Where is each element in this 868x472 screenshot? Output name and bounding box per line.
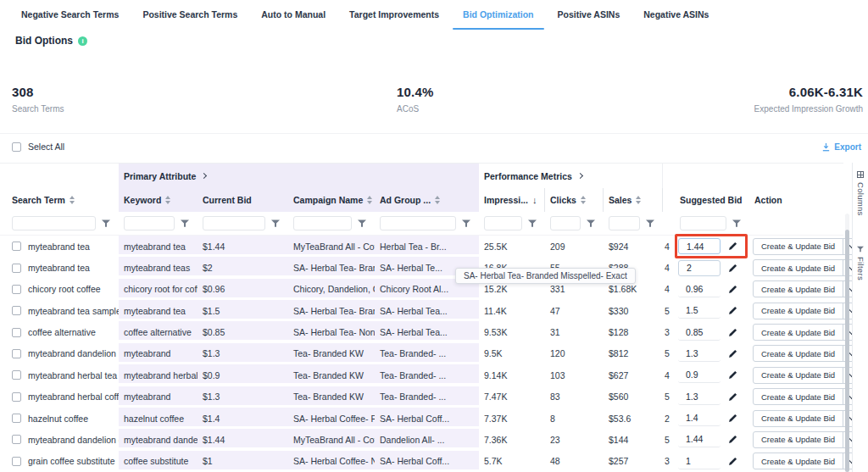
filter-input-keyword[interactable] [124, 216, 175, 230]
edit-bid-icon[interactable] [728, 264, 737, 273]
cell-clipped-metric: 5 [663, 300, 675, 321]
filter-funnel-icon[interactable] [462, 219, 470, 228]
edit-bid-icon[interactable] [728, 285, 737, 294]
cell-text: $812 [609, 348, 628, 358]
suggested-bid-input[interactable] [678, 453, 721, 469]
suggested-bid-input[interactable] [678, 389, 721, 405]
sort-icon[interactable] [165, 196, 170, 204]
sort-icon[interactable] [435, 196, 440, 204]
filter-input-sales[interactable] [609, 216, 640, 230]
sort-icon[interactable] [581, 196, 586, 204]
cell-suggested-bid [675, 279, 749, 300]
sort-desc-icon[interactable]: ↓ [532, 195, 537, 205]
table-row: myteabrand tea sampler...myteabrand tea$… [0, 300, 843, 321]
suggested-bid-input[interactable] [678, 431, 721, 447]
edit-bid-icon[interactable] [728, 457, 737, 466]
cell-text: 103 [550, 370, 565, 380]
tab-positive-asins[interactable]: Positive ASINs [546, 0, 632, 30]
filter-funnel-icon[interactable] [181, 219, 189, 228]
suggested-bid-input[interactable] [678, 410, 721, 426]
filter-funnel-icon[interactable] [358, 219, 366, 228]
suggested-bid-input[interactable] [678, 238, 721, 254]
rail-columns-button[interactable]: Columns [853, 171, 868, 216]
filter-funnel-icon[interactable] [587, 219, 595, 228]
cell-text: $144 [609, 435, 628, 445]
edit-bid-icon[interactable] [728, 306, 737, 315]
export-button[interactable]: Export [821, 142, 861, 152]
filter-input-clicks[interactable] [550, 216, 581, 230]
filter-funnel-icon[interactable] [271, 219, 280, 228]
tab-negative-asins[interactable]: Negative ASINs [632, 0, 721, 30]
tab-bid-optimization[interactable]: Bid Optimization [451, 0, 545, 30]
sort-icon[interactable] [70, 196, 75, 204]
edit-bid-icon[interactable] [728, 435, 737, 444]
filter-input-ad-group[interactable] [380, 216, 456, 230]
row-checkbox[interactable] [12, 242, 21, 251]
suggested-bid-input[interactable] [678, 260, 721, 276]
row-checkbox[interactable] [12, 370, 21, 380]
suggested-bid-input[interactable] [678, 281, 721, 297]
row-checkbox[interactable] [12, 285, 21, 294]
cell-suggested-bid [675, 257, 749, 278]
cell-sales: $924 [604, 236, 663, 257]
tab-auto-to-manual[interactable]: Auto to Manual [249, 0, 337, 30]
sort-icon[interactable] [367, 196, 372, 204]
edit-bid-icon[interactable] [728, 414, 737, 423]
info-icon[interactable] [78, 36, 87, 46]
group-header-primary-attribute[interactable]: Primary Attribute [119, 164, 479, 188]
row-checkbox[interactable] [12, 349, 21, 358]
edit-bid-icon[interactable] [728, 370, 737, 380]
cell-text: 5.7K [484, 456, 503, 466]
row-checkbox[interactable] [12, 306, 21, 315]
cell-clipped-metric: 4 [663, 364, 675, 386]
filter-input-search-term[interactable] [12, 216, 96, 230]
filter-input-impressi[interactable] [484, 216, 522, 230]
row-checkbox[interactable] [12, 457, 21, 466]
tab-target-improvements[interactable]: Target Improvements [337, 0, 451, 30]
group-spacer [0, 164, 119, 188]
cell-text: myteabrand herbal tea [124, 370, 198, 380]
edit-bid-icon[interactable] [728, 392, 737, 402]
suggested-bid-input[interactable] [678, 303, 721, 319]
filter-funnel-icon[interactable] [102, 219, 110, 228]
rail-filters-button[interactable]: Filters [853, 246, 868, 280]
filter-input-current-bid[interactable] [203, 216, 265, 230]
cell-text: MyTeaBrand All - Coffe... [293, 435, 375, 445]
row-checkbox[interactable] [12, 264, 21, 273]
search-term-text: coffee alternative [28, 327, 96, 337]
select-all-checkbox[interactable] [12, 142, 21, 152]
filter-input-suggested-bid[interactable] [680, 216, 726, 230]
tab-positive-search-terms[interactable]: Positive Search Terms [131, 0, 249, 30]
cell-text: SA- Herbal Tea... [380, 327, 448, 337]
row-checkbox[interactable] [12, 414, 21, 423]
select-all[interactable]: Select All [12, 142, 64, 152]
cell-search-term: myteabrand dandelion [0, 343, 119, 364]
edit-bid-icon[interactable] [728, 242, 737, 251]
column-header-keyword: Keyword [119, 188, 198, 212]
suggested-bid-input[interactable] [678, 325, 721, 341]
cell-text: 31 [550, 327, 560, 337]
suggested-bid-input[interactable] [678, 346, 721, 362]
clipped-metric-text: 2 [665, 414, 670, 424]
search-term-text: myteabrand herbal tea [28, 370, 117, 380]
sort-icon[interactable] [636, 196, 641, 204]
cell-current-bid: $1.44 [198, 429, 288, 450]
row-checkbox[interactable] [12, 328, 21, 337]
filter-input-campaign-name[interactable] [293, 216, 352, 230]
action-button-label: Create & Update Bid [754, 325, 843, 340]
column-header-sales: Sales [604, 188, 663, 212]
row-checkbox[interactable] [12, 435, 21, 444]
edit-bid-icon[interactable] [728, 328, 737, 337]
cell-action: Create & Update Bid [749, 321, 843, 342]
group-header-performance-metrics[interactable]: Performance Metrics [479, 164, 663, 188]
filter-funnel-icon[interactable] [732, 219, 741, 228]
filter-funnel-icon[interactable] [528, 219, 537, 228]
vertical-scrollbar-thumb[interactable] [845, 230, 849, 472]
suggested-bid-input[interactable] [678, 367, 721, 383]
row-checkbox[interactable] [12, 392, 21, 402]
edit-bid-icon[interactable] [728, 349, 737, 358]
cell-suggested-bid [675, 451, 749, 472]
cell-text: $1.3 [203, 391, 220, 402]
tab-negative-search-terms[interactable]: Negative Search Terms [9, 0, 131, 30]
filter-funnel-icon[interactable] [646, 219, 654, 228]
